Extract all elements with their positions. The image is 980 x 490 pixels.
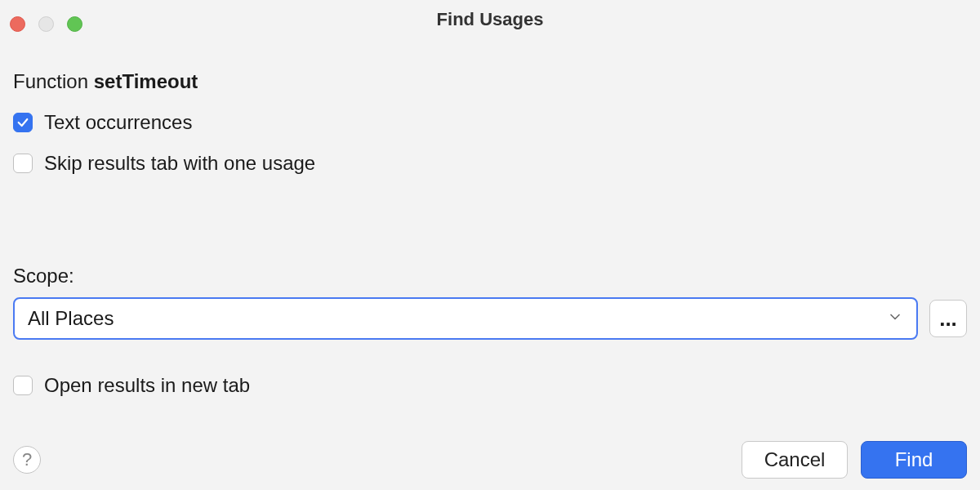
skip-results-row: Skip results tab with one usage (13, 152, 967, 175)
target-name: setTimeout (94, 70, 198, 92)
scope-more-button[interactable]: ... (929, 300, 967, 337)
open-new-tab-row: Open results in new tab (13, 374, 967, 397)
skip-results-label: Skip results tab with one usage (44, 152, 315, 175)
skip-results-checkbox[interactable] (13, 154, 33, 173)
window-controls (10, 16, 82, 32)
target-description: Function setTimeout (13, 70, 967, 93)
find-button[interactable]: Find (861, 441, 967, 479)
text-occurrences-row: Text occurrences (13, 111, 967, 134)
scope-select[interactable]: All Places (13, 297, 918, 340)
scope-section: Scope: All Places ... (13, 265, 967, 340)
chevron-down-icon (887, 307, 903, 330)
window-title: Find Usages (437, 9, 544, 30)
zoom-window-icon[interactable] (67, 16, 82, 32)
text-occurrences-checkbox[interactable] (13, 113, 33, 132)
open-new-tab-checkbox[interactable] (13, 376, 33, 395)
help-button[interactable]: ? (13, 446, 41, 474)
open-new-tab-label: Open results in new tab (44, 374, 250, 397)
ellipsis-icon: ... (939, 306, 957, 332)
help-icon: ? (22, 449, 32, 470)
target-kind: Function (13, 70, 88, 92)
titlebar: Find Usages (0, 0, 980, 39)
text-occurrences-label: Text occurrences (44, 111, 192, 134)
scope-value: All Places (28, 307, 114, 330)
cancel-button[interactable]: Cancel (742, 441, 848, 479)
dialog-body: Function setTimeout Text occurrences Ski… (0, 39, 980, 397)
minimize-window-icon[interactable] (38, 16, 54, 32)
dialog-footer: ? Cancel Find (13, 441, 967, 479)
scope-label: Scope: (13, 265, 967, 287)
close-window-icon[interactable] (10, 16, 25, 32)
